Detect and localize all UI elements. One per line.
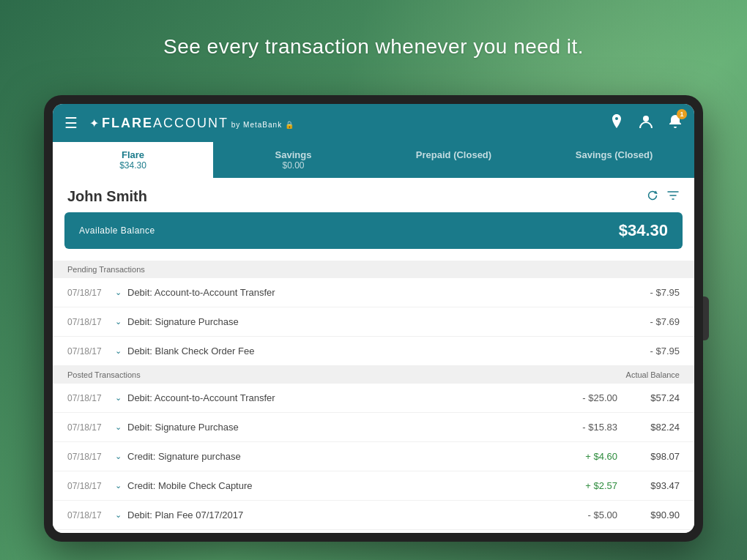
balance-bar: Available Balance $34.30 [64,212,683,249]
tx-balance: $98.07 [632,451,680,462]
logo-area: ✦ FLAREACCOUNT by MetaBank 🔒 [89,116,609,131]
chevron-down-icon: ⌄ [115,510,122,520]
tx-amount: - $7.95 [628,346,680,356]
header-icons: 1 [609,113,683,133]
tx-amount: + $2.57 [566,480,617,491]
table-row[interactable]: 07/18/17 ⌄ Debit: Account-to-Account Tra… [53,278,694,307]
tab-savings-closed[interactable]: Savings (Closed) [534,142,694,178]
tx-amount: - $7.95 [628,287,680,298]
pending-transactions-header: Pending Transactions [53,261,694,278]
tx-description: Debit: Account-to-Account Transfer [127,287,628,298]
tx-date: 07/18/17 [67,422,115,433]
posted-section-label: Posted Transactions [67,370,141,379]
profile-icon[interactable] [639,113,653,133]
tx-date: 07/18/17 [67,452,115,462]
location-icon[interactable] [609,113,624,133]
tx-description: Credit: Mobile Check Capture [127,480,566,491]
table-row[interactable]: 07/18/17 ⌄ Credit: Signature purchase + … [53,442,694,471]
refresh-icon[interactable] [646,189,659,205]
svg-point-0 [643,116,649,122]
app-logo: FLAREACCOUNT by MetaBank 🔒 [102,116,294,131]
tx-date: 07/18/17 [67,393,115,403]
tablet-side-handle [703,296,709,340]
balance-label: Available Balance [79,225,155,236]
table-row[interactable]: 07/18/17 ⌄ Credit: Mobile Check Capture … [53,471,694,501]
tx-date: 07/18/17 [67,510,115,520]
tx-balance: $82.24 [632,422,680,433]
chevron-down-icon: ⌄ [115,481,122,490]
posted-transactions-header: Posted Transactions Actual Balance [53,366,694,384]
chevron-down-icon: ⌄ [115,393,122,403]
balance-amount: $34.30 [619,221,668,240]
tx-description: Debit: Signature Purchase [127,316,628,327]
tab-savings-closed-name: Savings (Closed) [540,149,688,160]
tx-date: 07/18/17 [67,288,115,298]
tablet-screen: ☰ ✦ FLAREACCOUNT by MetaBank 🔒 [53,104,694,533]
tab-flare[interactable]: Flare $34.30 [53,142,213,178]
actual-balance-label: Actual Balance [626,370,680,379]
logo-star-icon: ✦ [89,116,99,130]
tx-description: Debit: Signature Purchase [127,422,566,433]
tab-prepaid-closed[interactable]: Prepaid (Closed) [374,142,534,178]
table-row[interactable]: 07/18/17 ⌄ Debit: Signature Purchase - $… [53,307,694,337]
tx-date: 07/18/17 [67,346,115,356]
tab-savings-amount: $0.00 [219,160,368,171]
tx-amount: - $5.00 [566,509,617,520]
tx-balance: $90.90 [632,509,680,520]
tx-description: Credit: Signature purchase [127,451,566,462]
tx-description: Debit: Plan Fee 07/17/2017 [127,509,566,520]
table-row[interactable]: 07/18/17 ⌄ Debit: Plan Fee 07/17/2017 - … [53,501,694,530]
table-row[interactable]: 07/18/17 ⌄ Debit: Blank Check Order Fee … [53,337,694,366]
tab-flare-amount: $34.30 [59,160,207,171]
bell-icon[interactable]: 1 [668,113,683,133]
chevron-down-icon: ⌄ [115,288,122,297]
app-header: ☰ ✦ FLAREACCOUNT by MetaBank 🔒 [53,104,694,142]
chevron-down-icon: ⌄ [115,317,122,326]
tx-amount: + $4.60 [566,451,617,462]
chevron-down-icon: ⌄ [115,422,122,432]
notification-count-badge: 1 [677,109,687,119]
page-headline: See every transaction whenever you need … [0,35,747,59]
hamburger-menu-button[interactable]: ☰ [64,114,78,132]
content-area: John Smith Available Balance $34.30 [53,178,694,533]
tx-amount: - $15.83 [566,422,617,433]
user-row: John Smith [53,178,694,212]
account-tabs: Flare $34.30 Savings $0.00 Prepaid (Clos… [53,142,694,178]
pending-section-label: Pending Transactions [67,265,145,274]
tablet-device: ☰ ✦ FLAREACCOUNT by MetaBank 🔒 [44,95,703,542]
tab-savings-name: Savings [219,149,368,160]
tx-amount: - $7.69 [628,316,680,327]
tx-date: 07/18/17 [67,317,115,327]
tx-balance: $57.24 [632,392,680,403]
chevron-down-icon: ⌄ [115,346,122,356]
filter-icon[interactable] [666,189,680,205]
chevron-down-icon: ⌄ [115,452,122,461]
table-row[interactable]: 07/18/17 ⌄ Debit: Account-to-Account Tra… [53,384,694,413]
tx-description: Debit: Account-to-Account Transfer [127,392,566,403]
tab-flare-name: Flare [59,149,207,160]
tx-amount: - $25.00 [566,392,617,403]
tx-balance: $93.47 [632,480,680,491]
tx-date: 07/18/17 [67,481,115,491]
tab-savings[interactable]: Savings $0.00 [213,142,374,178]
table-row[interactable]: 07/17/17 ⌄ Debit: Signature Purchase - $… [53,530,694,533]
user-name: John Smith [67,188,639,205]
table-row[interactable]: 07/18/17 ⌄ Debit: Signature Purchase - $… [53,413,694,442]
tx-description: Debit: Blank Check Order Fee [127,346,628,356]
tab-prepaid-name: Prepaid (Closed) [379,149,528,160]
